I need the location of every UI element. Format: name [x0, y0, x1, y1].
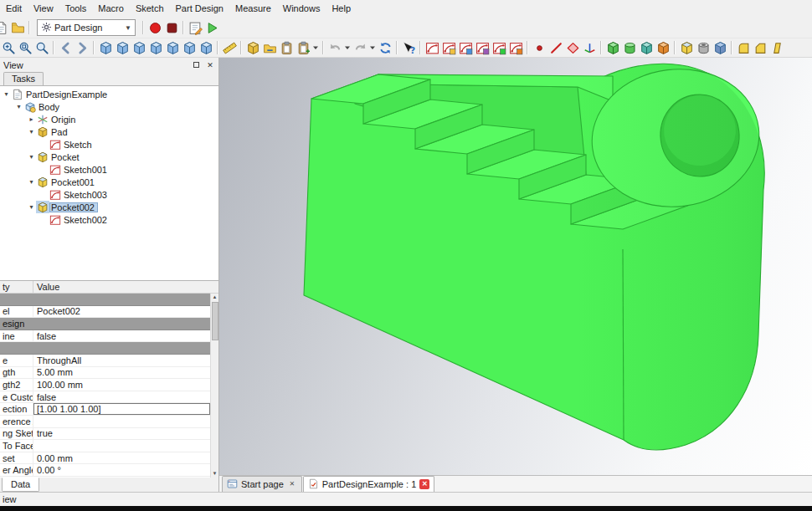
float-panel-button[interactable] — [191, 60, 201, 70]
view-bottom-icon[interactable] — [181, 39, 198, 57]
tree-item-pocket001[interactable]: ▾Pocket001 — [0, 176, 218, 188]
property-row[interactable]: set0.00 mm — [0, 452, 210, 465]
tab-start-page[interactable]: Start page ✕ — [222, 476, 302, 492]
paste-icon[interactable] — [278, 39, 295, 57]
view-rear-icon[interactable] — [164, 39, 181, 57]
property-value[interactable]: false — [33, 391, 210, 403]
whats-this-icon[interactable]: ? — [400, 39, 417, 57]
property-value[interactable] — [33, 416, 210, 427]
tree-item-partdesignexample[interactable]: ▾PartDesignExample — [0, 88, 218, 100]
tree-item-sketch[interactable]: Sketch — [0, 138, 218, 151]
merge-sketch-icon[interactable] — [507, 39, 524, 57]
menu-item-part-design[interactable]: Part Design — [170, 0, 229, 18]
property-group-row[interactable] — [0, 342, 210, 355]
tree-item-pocket[interactable]: ▾Pocket — [0, 151, 218, 163]
menu-item-macro[interactable]: Macro — [92, 0, 130, 18]
measure-icon[interactable] — [221, 39, 238, 57]
3d-viewport[interactable] — [219, 58, 812, 475]
dropdown-icon[interactable] — [343, 39, 352, 57]
dropdown-icon[interactable] — [311, 39, 320, 57]
property-row[interactable]: inefalse — [0, 330, 210, 343]
property-row[interactable]: gth2100.00 mm — [0, 379, 210, 391]
fit-selection-icon[interactable] — [17, 39, 33, 57]
view-isometric-icon[interactable] — [97, 39, 114, 57]
menu-item-view[interactable]: View — [28, 0, 59, 18]
new-document-icon[interactable] — [0, 19, 9, 37]
property-row[interactable]: erence A... — [0, 416, 210, 428]
create-sketch-icon[interactable] — [424, 39, 440, 57]
dropdown-icon[interactable] — [368, 39, 377, 57]
paste-special-icon[interactable] — [295, 39, 311, 57]
open-document-icon[interactable] — [9, 19, 26, 37]
menu-item-sketch[interactable]: Sketch — [130, 0, 170, 18]
box-zoom-icon[interactable] — [33, 39, 50, 57]
close-tab-icon[interactable]: ✕ — [419, 479, 429, 489]
property-group-row[interactable] — [0, 294, 210, 306]
tree-item-pocket002[interactable]: ▾Pocket002 — [0, 201, 218, 213]
macro-play-icon[interactable] — [203, 19, 220, 37]
menu-item-measure[interactable]: Measure — [229, 0, 277, 18]
property-value[interactable]: ThroughAll — [33, 355, 210, 366]
reorient-sketch-icon[interactable] — [474, 39, 491, 57]
pad-icon[interactable] — [604, 39, 621, 57]
local-cs-icon[interactable] — [581, 39, 598, 57]
fillet-icon[interactable] — [735, 39, 752, 57]
pocket-icon[interactable] — [678, 39, 695, 57]
redo-icon[interactable] — [352, 39, 368, 57]
map-sketch-icon[interactable] — [457, 39, 474, 57]
property-row[interactable]: gth5.00 mm — [0, 367, 210, 380]
scroll-thumb[interactable] — [212, 302, 218, 340]
tree-expander-icon[interactable]: ▾ — [27, 178, 36, 186]
nav-back-icon[interactable] — [57, 39, 74, 57]
edit-sketch-icon[interactable] — [440, 39, 457, 57]
property-row[interactable]: eThroughAll — [0, 355, 210, 367]
property-value[interactable]: true — [33, 428, 210, 440]
property-value[interactable]: Pocket002 — [33, 306, 210, 318]
menu-item-edit[interactable]: Edit — [0, 0, 28, 18]
property-value[interactable]: 5.00 mm — [33, 367, 210, 379]
additive-pipe-icon[interactable] — [655, 39, 671, 57]
scroll-up-icon[interactable]: ▲ — [213, 294, 218, 301]
datum-line-icon[interactable] — [547, 39, 564, 57]
validate-sketch-icon[interactable] — [491, 39, 507, 57]
property-row[interactable]: elPocket002 — [0, 306, 210, 319]
datum-plane-icon[interactable] — [564, 39, 581, 57]
view-right-icon[interactable] — [147, 39, 164, 57]
property-value[interactable]: 100.00 mm — [33, 379, 210, 391]
tab-partdesignexample[interactable]: PartDesignExample : 1 ✕ — [303, 476, 435, 492]
make-link-icon[interactable] — [261, 39, 278, 57]
tree-item-sketch003[interactable]: Sketch003 — [0, 188, 218, 201]
scroll-down-icon[interactable]: ▼ — [213, 470, 218, 478]
part-3d-model[interactable] — [219, 58, 812, 475]
properties-scrollbar[interactable]: ▲ ▼ — [210, 294, 218, 478]
view-top-icon[interactable] — [131, 39, 147, 57]
tree-expander-icon[interactable]: ▾ — [27, 203, 36, 211]
tree-expander-icon[interactable]: ▾ — [2, 90, 11, 98]
tree-expander-icon[interactable]: ▾ — [14, 103, 23, 110]
workbench-selector[interactable]: Part Design ▼ — [37, 19, 136, 36]
additive-loft-icon[interactable] — [638, 39, 655, 57]
undo-icon[interactable] — [326, 39, 343, 57]
view-front-icon[interactable] — [114, 39, 131, 57]
menu-item-tools[interactable]: Tools — [59, 0, 93, 18]
property-value[interactable]: [1.00 1.00 1.00] — [33, 403, 210, 415]
create-part-icon[interactable] — [244, 39, 261, 57]
macro-edit-icon[interactable] — [187, 19, 203, 37]
tree-expander-icon[interactable]: ▾ — [27, 153, 36, 161]
property-group-row[interactable]: esign — [0, 318, 210, 330]
property-row[interactable]: e Custom...false — [0, 391, 210, 404]
tab-data[interactable]: Data — [2, 478, 39, 492]
chamfer-icon[interactable] — [752, 39, 768, 57]
tree-expander-icon[interactable]: ▸ — [27, 115, 36, 123]
refresh-icon[interactable] — [377, 39, 393, 57]
tree-item-pad[interactable]: ▾Pad — [0, 125, 218, 138]
datum-point-icon[interactable] — [531, 39, 547, 57]
property-row[interactable]: To Face — [0, 440, 210, 452]
hole-icon[interactable] — [695, 39, 712, 57]
menu-item-windows[interactable]: Windows — [277, 0, 326, 18]
tree-expander-icon[interactable]: ▾ — [27, 128, 36, 135]
nav-forward-icon[interactable] — [74, 39, 90, 57]
revolution-icon[interactable] — [621, 39, 638, 57]
property-value[interactable]: false — [33, 330, 210, 342]
tree-item-body[interactable]: ▾Body — [0, 100, 218, 113]
